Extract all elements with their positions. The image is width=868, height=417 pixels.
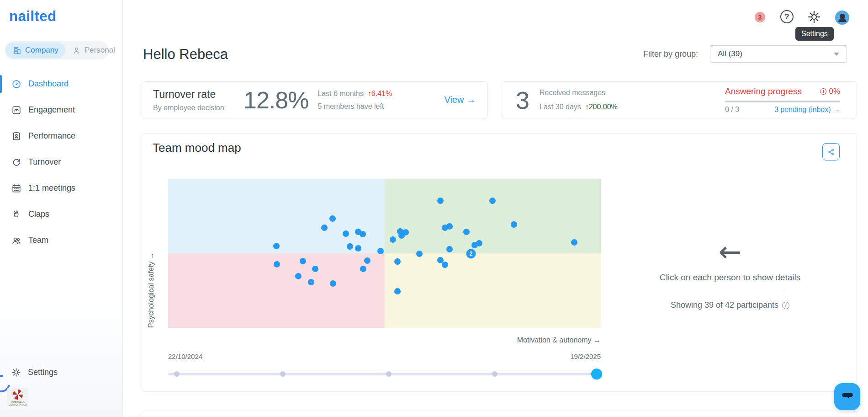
turnover-period-row: Last 6 months ↑6.41% xyxy=(318,87,392,100)
person-dot[interactable] xyxy=(321,225,328,231)
person-dot[interactable] xyxy=(390,236,396,243)
toggle-personal[interactable]: Personal xyxy=(65,43,122,58)
person-dot[interactable] xyxy=(347,243,353,250)
turnover-rate-card: Turnover rate By employee decision 12.8%… xyxy=(142,81,488,118)
detail-instruction: Click on each person to show details xyxy=(648,273,812,283)
y-axis-label: Psychological safety → xyxy=(147,179,155,328)
person-dot[interactable] xyxy=(476,240,482,246)
messages-period-row: Last 30 days ↑200.00% xyxy=(540,100,618,114)
person-dot[interactable] xyxy=(489,198,496,204)
settings-gear-icon[interactable] xyxy=(806,9,822,25)
x-axis-label: Motivation & autonomy → xyxy=(517,336,601,344)
sidebar-menu: Dashboard Engagement Performance Turnove… xyxy=(0,71,122,253)
person-dot[interactable] xyxy=(571,239,577,246)
sidebar-item-label: Engagement xyxy=(28,105,75,115)
turnover-note: 5 members have left xyxy=(318,100,392,112)
gear-icon xyxy=(11,368,21,377)
answered-fraction: 0 / 3 xyxy=(725,106,739,114)
toggle-company[interactable]: Company xyxy=(6,43,65,58)
sidebar-item-turnover[interactable]: Turnover xyxy=(0,149,122,175)
filter-by-group-label: Filter by group: xyxy=(643,49,698,59)
person-cluster-dot[interactable]: 2 xyxy=(466,249,476,258)
chat-bubble-icon xyxy=(841,390,854,403)
sidebar-item-engagement[interactable]: Engagement xyxy=(0,97,122,123)
engagement-section-title: Engagement in Umbrella Corporation xyxy=(167,415,363,417)
person-dot[interactable] xyxy=(300,258,306,264)
team-mood-map-card: Team mood map Psychological safety → Mot… xyxy=(142,133,857,392)
detail-panel: ← Click on each person to show details S… xyxy=(648,238,812,310)
quadrant-top-right xyxy=(385,179,601,253)
page-title: Hello Rebeca xyxy=(143,46,228,63)
date-slider-handle[interactable] xyxy=(591,369,602,380)
person-dot[interactable] xyxy=(437,198,444,204)
person-dot[interactable] xyxy=(273,243,280,249)
person-dot[interactable] xyxy=(446,246,453,252)
sidebar-item-label: Team xyxy=(28,235,48,245)
sidebar-item-label: Claps xyxy=(28,209,49,219)
person-dot[interactable] xyxy=(364,257,370,264)
person-dot[interactable] xyxy=(394,288,401,294)
group-filter-dropdown[interactable]: All (39) xyxy=(710,45,847,63)
person-dot[interactable] xyxy=(312,266,318,272)
person-dot[interactable] xyxy=(442,262,448,268)
sidebar: nailted Company Personal Dashboard Engag… xyxy=(0,0,123,417)
person-dot[interactable] xyxy=(360,266,366,272)
company-personal-toggle[interactable]: Company Personal xyxy=(5,41,109,59)
slider-stop[interactable] xyxy=(174,371,180,377)
turnover-rate-value: 12.8% xyxy=(243,86,308,114)
mood-map-title: Team mood map xyxy=(153,141,241,155)
answering-progress-value: ! 0% xyxy=(820,87,840,96)
person-dot[interactable] xyxy=(398,232,405,239)
settings-tooltip: Settings xyxy=(795,27,834,41)
building-icon xyxy=(13,46,21,55)
person-dot[interactable] xyxy=(511,221,517,228)
dashboard-icon xyxy=(11,79,21,89)
person-dot[interactable] xyxy=(446,223,453,230)
sidebar-item-dashboard[interactable]: Dashboard xyxy=(0,71,122,97)
sidebar-item-performance[interactable]: Performance xyxy=(0,123,122,149)
person-dot[interactable] xyxy=(343,230,349,237)
person-dot[interactable] xyxy=(274,261,280,267)
sidebar-item-settings[interactable]: Settings xyxy=(0,359,122,385)
chevron-down-icon xyxy=(834,53,839,56)
sidebar-item-label: Dashboard xyxy=(28,79,69,89)
turnover-icon xyxy=(11,157,21,167)
person-dot[interactable] xyxy=(377,248,384,254)
person-dot[interactable] xyxy=(394,258,401,265)
quadrant-bottom-right xyxy=(385,253,601,328)
share-button[interactable] xyxy=(822,143,840,160)
divider xyxy=(677,292,784,292)
sidebar-item-label: Performance xyxy=(28,131,75,141)
person-dot[interactable] xyxy=(329,215,336,222)
chat-launcher-button[interactable] xyxy=(834,383,860,410)
slider-stop[interactable] xyxy=(492,371,498,377)
sidebar-item-team[interactable]: Team xyxy=(0,227,122,253)
person-dot[interactable] xyxy=(360,231,366,237)
team-icon xyxy=(11,235,21,246)
slider-stop[interactable] xyxy=(386,371,392,377)
person-dot[interactable] xyxy=(416,251,423,257)
person-dot[interactable] xyxy=(330,280,336,287)
date-slider xyxy=(168,368,601,380)
user-avatar[interactable] xyxy=(835,11,849,25)
slider-stop[interactable] xyxy=(280,371,286,377)
claps-icon xyxy=(11,209,21,219)
up-arrow-icon: ↑ xyxy=(368,90,371,97)
view-turnover-link[interactable]: View → xyxy=(444,95,476,105)
sidebar-item-claps[interactable]: Claps xyxy=(0,201,122,227)
date-slider-track[interactable] xyxy=(168,373,601,375)
turnover-card-subtitle: By employee decision xyxy=(153,104,243,112)
toggle-company-label: Company xyxy=(25,46,58,55)
sidebar-item-meetings[interactable]: 1:1 meetings xyxy=(0,175,122,201)
person-dot[interactable] xyxy=(308,279,314,285)
pending-inbox-link[interactable]: 3 pending (inbox) → xyxy=(774,106,840,114)
slider-start-date: 22/10/2024 xyxy=(168,353,202,360)
help-icon[interactable]: ? xyxy=(780,10,794,23)
mood-map-plot[interactable]: Psychological safety → Motivation & auto… xyxy=(168,179,601,328)
toggle-personal-label: Personal xyxy=(85,46,115,55)
person-dot[interactable] xyxy=(355,245,361,251)
org-logo-text: UMBRELLA CORPORATION xyxy=(8,401,27,406)
person-dot[interactable] xyxy=(295,273,302,279)
notification-badge[interactable]: 3 xyxy=(755,12,765,22)
person-dot[interactable] xyxy=(463,229,470,235)
